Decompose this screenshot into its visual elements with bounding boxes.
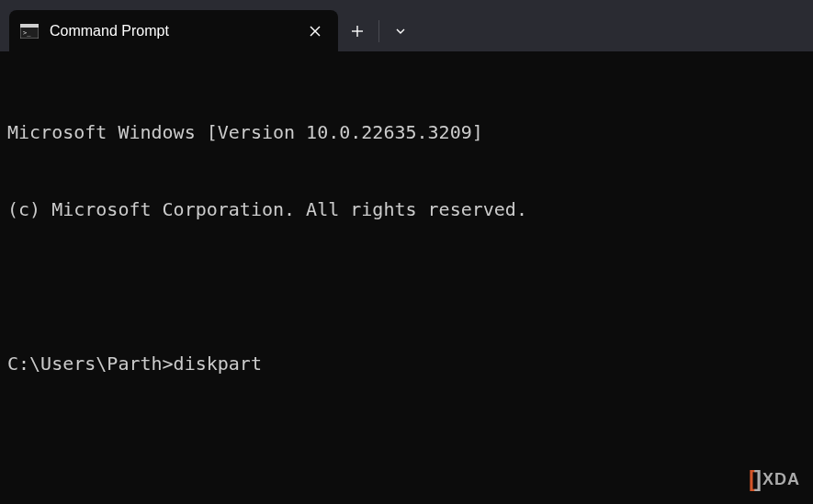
divider bbox=[378, 20, 379, 42]
watermark: [] XDA bbox=[749, 464, 800, 495]
svg-rect-1 bbox=[20, 24, 39, 28]
new-tab-button[interactable] bbox=[338, 10, 377, 51]
plus-icon bbox=[351, 25, 364, 38]
tab-dropdown-button[interactable] bbox=[381, 10, 420, 51]
titlebar-controls bbox=[338, 10, 420, 51]
terminal-line: C:\Users\Parth>diskpart bbox=[7, 351, 806, 376]
watermark-text: XDA bbox=[762, 468, 800, 491]
tab-title: Command Prompt bbox=[50, 23, 305, 39]
title-bar: >_ Command Prompt bbox=[0, 0, 813, 51]
close-tab-button[interactable] bbox=[305, 21, 325, 41]
terminal-line bbox=[7, 428, 806, 454]
cmd-icon: >_ bbox=[20, 23, 39, 39]
terminal-line: (c) Microsoft Corporation. All rights re… bbox=[7, 196, 806, 222]
terminal-line: Microsoft Windows [Version 10.0.22635.32… bbox=[7, 119, 806, 145]
chevron-down-icon bbox=[394, 25, 407, 38]
svg-text:>_: >_ bbox=[23, 29, 31, 37]
tab-command-prompt[interactable]: >_ Command Prompt bbox=[9, 10, 338, 51]
terminal-line bbox=[7, 274, 806, 299]
terminal-output[interactable]: Microsoft Windows [Version 10.0.22635.32… bbox=[0, 51, 813, 504]
bracket-icon: ] bbox=[754, 464, 760, 495]
